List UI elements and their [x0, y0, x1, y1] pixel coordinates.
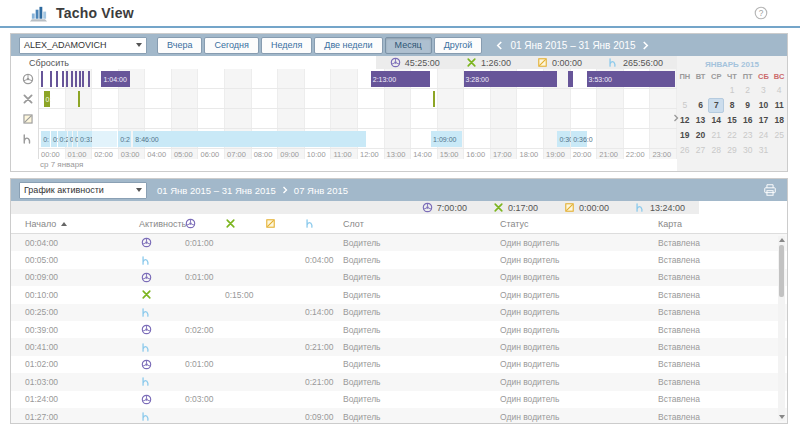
table-row[interactable]: 00:09:000:01:00ВодительОдин водительВста…: [11, 269, 787, 286]
timeline-segment-rest[interactable]: 0:1: [73, 131, 77, 147]
timeline-segment-drive[interactable]: [56, 71, 58, 87]
timeline-segment-rest[interactable]: 8:46:00: [133, 131, 366, 147]
calendar-day[interactable]: 18: [771, 113, 787, 128]
calendar-day[interactable]: 23: [740, 128, 756, 143]
calendar-day[interactable]: 29: [724, 143, 740, 158]
view-select[interactable]: График активности: [19, 182, 147, 199]
calendar-day[interactable]: 5: [677, 98, 693, 113]
timeline-segment-rest[interactable]: 0:2: [51, 131, 57, 147]
calendar-day[interactable]: 14: [708, 113, 724, 128]
column-header-slot[interactable]: Слот: [335, 219, 492, 229]
prev-period-icon[interactable]: [496, 41, 503, 50]
timeline-segment-work[interactable]: [78, 91, 80, 107]
column-header-activity[interactable]: Активность: [131, 219, 177, 229]
timeline-segment-rest[interactable]: 0:2: [58, 131, 67, 147]
calendar-day[interactable]: 19: [677, 128, 693, 143]
timeline-segment-work[interactable]: [433, 91, 435, 107]
table-row[interactable]: 01:02:000:01:00ВодительОдин водительВста…: [11, 356, 787, 373]
calendar-day[interactable]: 7: [708, 98, 724, 113]
timeline-segment-drive[interactable]: [88, 71, 90, 87]
timeline-segment-rest[interactable]: 0:2: [118, 131, 131, 147]
timeline-segment-drive[interactable]: [82, 71, 84, 87]
timeline-segment-drive[interactable]: [41, 71, 43, 87]
calendar-day[interactable]: 21: [708, 128, 724, 143]
calendar-day[interactable]: 16: [740, 113, 756, 128]
table-row[interactable]: 00:04:000:01:00ВодительОдин водительВста…: [11, 234, 787, 251]
calendar-day[interactable]: 15: [724, 113, 740, 128]
column-header-drive[interactable]: [177, 218, 217, 229]
timeline-segment-rest[interactable]: 0:: [68, 131, 73, 147]
print-icon[interactable]: [763, 183, 777, 197]
calendar-day[interactable]: 11: [771, 98, 787, 113]
column-header-start[interactable]: Начало: [15, 219, 131, 229]
column-header-card[interactable]: Карта: [650, 219, 787, 229]
calendar-day[interactable]: 1: [724, 83, 740, 98]
timeline-segment-rest[interactable]: 1:09:00: [431, 131, 462, 147]
calendar-day[interactable]: 26: [677, 143, 693, 158]
table-row[interactable]: 00:41:000:21:00ВодительОдин водительВста…: [11, 338, 787, 355]
calendar-day[interactable]: 2: [740, 83, 756, 98]
timeline-segment-drive[interactable]: [71, 71, 73, 87]
period-button-1[interactable]: Вчера: [157, 37, 202, 54]
calendar-day[interactable]: 25: [771, 128, 787, 143]
timeline-segment-drive[interactable]: [66, 71, 68, 87]
timeline-segment-rest[interactable]: 0:31:0: [78, 131, 92, 147]
column-header-availability[interactable]: [257, 218, 297, 229]
timeline-segment-work[interactable]: 0:: [44, 91, 51, 107]
calendar-day[interactable]: 13: [693, 113, 709, 128]
calendar-day[interactable]: 27: [693, 143, 709, 158]
calendar-day[interactable]: 3: [756, 83, 772, 98]
calendar-day[interactable]: 24: [756, 128, 772, 143]
table-row[interactable]: 00:39:000:02:00ВодительОдин водительВста…: [11, 321, 787, 338]
next-period-icon[interactable]: [642, 41, 649, 50]
timeline-segment-rest[interactable]: 0:36:0: [571, 131, 586, 147]
period-button-2[interactable]: Сегодня: [204, 37, 259, 54]
timeline-segment-drive[interactable]: [62, 71, 64, 87]
table-row[interactable]: 01:24:000:03:00ВодительОдин водительВста…: [11, 391, 787, 408]
table-scrollbar[interactable]: [778, 236, 785, 421]
scroll-down-icon[interactable]: [778, 413, 785, 421]
table-row[interactable]: 00:05:000:04:00ВодительОдин водительВста…: [11, 251, 787, 268]
table-row[interactable]: 00:10:000:15:00ВодительОдин водительВста…: [11, 286, 787, 303]
calendar-day[interactable]: 10: [756, 98, 772, 113]
period-button-6[interactable]: Другой: [434, 37, 483, 54]
calendar-day[interactable]: 20: [693, 128, 709, 143]
timeline-segment-rest[interactable]: 0:: [41, 131, 50, 147]
table-row[interactable]: 00:25:000:14:00ВодительОдин водительВста…: [11, 304, 787, 321]
help-icon[interactable]: ?: [754, 6, 768, 20]
timeline-segment-drive[interactable]: [568, 71, 573, 87]
timeline-segment-drive[interactable]: 1:04:00: [101, 71, 130, 87]
calendar-week-arrow-icon[interactable]: [673, 114, 679, 122]
calendar-day[interactable]: 12: [677, 113, 693, 128]
calendar-day[interactable]: 30: [740, 143, 756, 158]
breadcrumb-range[interactable]: 01 Янв 2015 – 31 Янв 2015: [157, 185, 276, 196]
timeline-segment-rest[interactable]: [92, 131, 117, 147]
calendar-day[interactable]: 31: [756, 143, 772, 158]
period-button-3[interactable]: Неделя: [261, 37, 312, 54]
timeline-segment-drive[interactable]: [75, 71, 77, 87]
calendar-day[interactable]: 28: [708, 143, 724, 158]
column-header-work[interactable]: [217, 218, 257, 229]
table-row[interactable]: 01:27:000:09:00ВодительОдин водительВста…: [11, 408, 787, 424]
timeline-segment-drive[interactable]: 3:53:00: [587, 71, 676, 87]
scroll-up-icon[interactable]: [778, 236, 785, 244]
scrollbar-thumb[interactable]: [779, 245, 784, 297]
calendar-day[interactable]: 6: [693, 98, 709, 113]
calendar-day[interactable]: 22: [724, 128, 740, 143]
calendar-day[interactable]: 9: [740, 98, 756, 113]
period-button-5[interactable]: Месяц: [385, 37, 432, 54]
timeline-segment-rest[interactable]: 0:30:0: [557, 131, 569, 147]
timeline-segment-drive[interactable]: [79, 71, 81, 87]
timeline-segment-drive[interactable]: 3:28:00: [464, 71, 558, 87]
timeline-segment-drive[interactable]: [50, 71, 52, 87]
table-row[interactable]: 01:03:000:21:00ВодительОдин водительВста…: [11, 373, 787, 390]
column-header-rest[interactable]: [297, 218, 335, 229]
period-button-4[interactable]: Две недели: [314, 37, 382, 54]
reset-link[interactable]: Сбросить: [29, 58, 69, 68]
calendar-day[interactable]: 8: [724, 98, 740, 113]
timeline-segment-drive[interactable]: 2:13:00: [371, 71, 430, 87]
driver-select[interactable]: ALEX_ADAMOVICH: [19, 37, 147, 54]
calendar-day[interactable]: 17: [756, 113, 772, 128]
calendar-day[interactable]: 4: [771, 83, 787, 98]
column-header-status[interactable]: Статус: [492, 219, 650, 229]
